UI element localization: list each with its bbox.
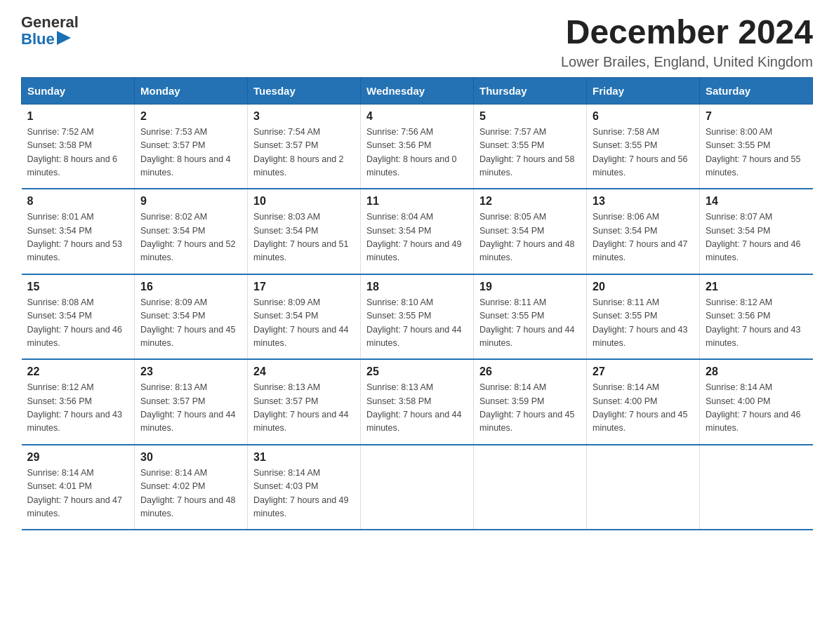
day-number: 14: [706, 195, 807, 208]
day-info: Sunrise: 8:03 AMSunset: 3:54 PMDaylight:…: [253, 212, 349, 262]
svg-marker-0: [57, 31, 71, 45]
calendar-cell: 9 Sunrise: 8:02 AMSunset: 3:54 PMDayligh…: [135, 189, 248, 274]
day-number: 19: [479, 281, 581, 293]
calendar-cell: [361, 445, 474, 530]
day-info: Sunrise: 8:05 AMSunset: 3:54 PMDaylight:…: [479, 212, 575, 262]
day-number: 11: [366, 195, 468, 208]
day-info: Sunrise: 7:57 AMSunset: 3:55 PMDaylight:…: [479, 127, 575, 177]
day-number: 10: [253, 195, 355, 208]
calendar-cell: 30 Sunrise: 8:14 AMSunset: 4:02 PMDaylig…: [135, 445, 248, 530]
day-number: 3: [253, 110, 355, 123]
title-block: December 2024 Lower Brailes, England, Un…: [561, 14, 813, 70]
calendar-cell: 20 Sunrise: 8:11 AMSunset: 3:55 PMDaylig…: [587, 274, 700, 360]
day-number: 4: [366, 110, 468, 123]
calendar-cell: 22 Sunrise: 8:12 AMSunset: 3:56 PMDaylig…: [22, 359, 135, 445]
day-number: 21: [706, 281, 807, 293]
day-info: Sunrise: 8:14 AMSunset: 4:00 PMDaylight:…: [706, 382, 801, 433]
calendar-cell: 21 Sunrise: 8:12 AMSunset: 3:56 PMDaylig…: [700, 274, 813, 360]
day-info: Sunrise: 8:14 AMSunset: 4:00 PMDaylight:…: [593, 382, 688, 433]
day-number: 13: [593, 195, 694, 208]
day-info: Sunrise: 8:04 AMSunset: 3:54 PMDaylight:…: [366, 212, 462, 262]
calendar-cell: 11 Sunrise: 8:04 AMSunset: 3:54 PMDaylig…: [361, 189, 474, 274]
calendar-table: Sunday Monday Tuesday Wednesday Thursday…: [21, 77, 813, 531]
calendar-cell: 26 Sunrise: 8:14 AMSunset: 3:59 PMDaylig…: [474, 359, 587, 445]
day-number: 25: [366, 365, 468, 378]
day-number: 1: [27, 110, 129, 123]
day-info: Sunrise: 8:13 AMSunset: 3:57 PMDaylight:…: [253, 382, 349, 433]
calendar-cell: [700, 445, 813, 530]
calendar-cell: 12 Sunrise: 8:05 AMSunset: 3:54 PMDaylig…: [474, 189, 587, 274]
day-number: 5: [479, 110, 581, 123]
calendar-cell: 31 Sunrise: 8:14 AMSunset: 4:03 PMDaylig…: [248, 445, 361, 530]
day-info: Sunrise: 8:11 AMSunset: 3:55 PMDaylight:…: [479, 297, 575, 348]
calendar-cell: 13 Sunrise: 8:06 AMSunset: 3:54 PMDaylig…: [587, 189, 700, 274]
day-number: 7: [706, 110, 807, 123]
day-number: 24: [253, 365, 355, 378]
header-saturday: Saturday: [700, 77, 813, 104]
day-info: Sunrise: 8:07 AMSunset: 3:54 PMDaylight:…: [706, 212, 801, 262]
calendar-body: 1 Sunrise: 7:52 AMSunset: 3:58 PMDayligh…: [22, 104, 813, 530]
calendar-cell: 17 Sunrise: 8:09 AMSunset: 3:54 PMDaylig…: [248, 274, 361, 360]
day-number: 17: [253, 281, 355, 293]
calendar-week-row: 15 Sunrise: 8:08 AMSunset: 3:54 PMDaylig…: [22, 274, 813, 360]
calendar-week-row: 8 Sunrise: 8:01 AMSunset: 3:54 PMDayligh…: [22, 189, 813, 274]
calendar-cell: 6 Sunrise: 7:58 AMSunset: 3:55 PMDayligh…: [587, 104, 700, 189]
day-number: 8: [27, 195, 129, 208]
calendar-cell: 19 Sunrise: 8:11 AMSunset: 3:55 PMDaylig…: [474, 274, 587, 360]
day-info: Sunrise: 8:10 AMSunset: 3:55 PMDaylight:…: [366, 297, 462, 348]
calendar-cell: 10 Sunrise: 8:03 AMSunset: 3:54 PMDaylig…: [248, 189, 361, 274]
calendar-cell: [587, 445, 700, 530]
day-number: 6: [593, 110, 694, 123]
header-monday: Monday: [135, 77, 248, 104]
day-info: Sunrise: 8:14 AMSunset: 4:03 PMDaylight:…: [253, 468, 349, 518]
day-info: Sunrise: 7:53 AMSunset: 3:57 PMDaylight:…: [140, 127, 231, 177]
day-info: Sunrise: 8:13 AMSunset: 3:58 PMDaylight:…: [366, 382, 462, 433]
day-info: Sunrise: 8:14 AMSunset: 4:02 PMDaylight:…: [140, 468, 236, 518]
calendar-cell: [474, 445, 587, 530]
logo-blue-text: Blue: [21, 31, 55, 48]
day-info: Sunrise: 8:11 AMSunset: 3:55 PMDaylight:…: [593, 297, 688, 348]
calendar-week-row: 1 Sunrise: 7:52 AMSunset: 3:58 PMDayligh…: [22, 104, 813, 189]
day-number: 23: [140, 365, 241, 378]
day-info: Sunrise: 8:12 AMSunset: 3:56 PMDaylight:…: [27, 382, 123, 433]
day-number: 2: [140, 110, 241, 123]
day-info: Sunrise: 8:08 AMSunset: 3:54 PMDaylight:…: [27, 297, 123, 348]
calendar-cell: 1 Sunrise: 7:52 AMSunset: 3:58 PMDayligh…: [22, 104, 135, 189]
calendar-cell: 16 Sunrise: 8:09 AMSunset: 3:54 PMDaylig…: [135, 274, 248, 360]
page-header: General Blue December 2024 Lower Brailes…: [21, 14, 813, 70]
day-info: Sunrise: 8:00 AMSunset: 3:55 PMDaylight:…: [706, 127, 801, 177]
day-number: 31: [253, 451, 355, 464]
day-number: 18: [366, 281, 468, 293]
day-number: 30: [140, 451, 241, 464]
day-info: Sunrise: 8:12 AMSunset: 3:56 PMDaylight:…: [706, 297, 801, 348]
calendar-header: Sunday Monday Tuesday Wednesday Thursday…: [22, 77, 813, 104]
header-friday: Friday: [587, 77, 700, 104]
day-info: Sunrise: 8:06 AMSunset: 3:54 PMDaylight:…: [593, 212, 688, 262]
calendar-cell: 3 Sunrise: 7:54 AMSunset: 3:57 PMDayligh…: [248, 104, 361, 189]
logo-general-text: General: [21, 14, 79, 31]
calendar-cell: 2 Sunrise: 7:53 AMSunset: 3:57 PMDayligh…: [135, 104, 248, 189]
day-number: 15: [27, 281, 129, 293]
day-number: 27: [593, 365, 694, 378]
calendar-cell: 23 Sunrise: 8:13 AMSunset: 3:57 PMDaylig…: [135, 359, 248, 445]
calendar-week-row: 22 Sunrise: 8:12 AMSunset: 3:56 PMDaylig…: [22, 359, 813, 445]
day-info: Sunrise: 8:01 AMSunset: 3:54 PMDaylight:…: [27, 212, 123, 262]
calendar-cell: 28 Sunrise: 8:14 AMSunset: 4:00 PMDaylig…: [700, 359, 813, 445]
calendar-cell: 8 Sunrise: 8:01 AMSunset: 3:54 PMDayligh…: [22, 189, 135, 274]
header-thursday: Thursday: [474, 77, 587, 104]
calendar-cell: 27 Sunrise: 8:14 AMSunset: 4:00 PMDaylig…: [587, 359, 700, 445]
header-wednesday: Wednesday: [361, 77, 474, 104]
location-subtitle: Lower Brailes, England, United Kingdom: [561, 54, 813, 70]
calendar-cell: 15 Sunrise: 8:08 AMSunset: 3:54 PMDaylig…: [22, 274, 135, 360]
day-info: Sunrise: 8:14 AMSunset: 4:01 PMDaylight:…: [27, 468, 123, 518]
day-number: 20: [593, 281, 694, 293]
calendar-week-row: 29 Sunrise: 8:14 AMSunset: 4:01 PMDaylig…: [22, 445, 813, 530]
calendar-cell: 7 Sunrise: 8:00 AMSunset: 3:55 PMDayligh…: [700, 104, 813, 189]
calendar-cell: 14 Sunrise: 8:07 AMSunset: 3:54 PMDaylig…: [700, 189, 813, 274]
day-number: 16: [140, 281, 241, 293]
month-title: December 2024: [561, 14, 813, 51]
day-number: 9: [140, 195, 241, 208]
calendar-cell: 29 Sunrise: 8:14 AMSunset: 4:01 PMDaylig…: [22, 445, 135, 530]
logo: General Blue: [21, 14, 79, 48]
day-number: 22: [27, 365, 129, 378]
